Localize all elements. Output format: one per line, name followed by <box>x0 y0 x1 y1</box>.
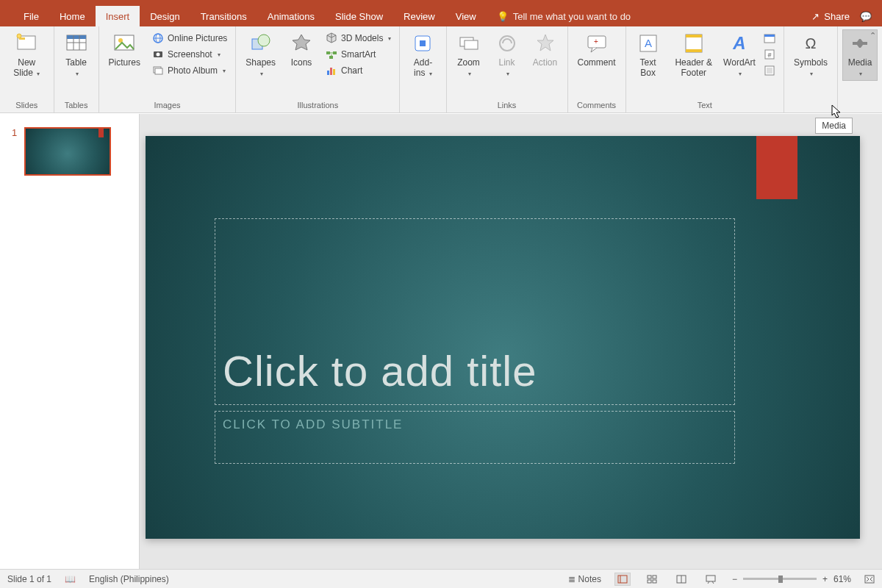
comments-pane-icon[interactable]: 💬 <box>860 11 872 22</box>
language-status[interactable]: English (Philippines) <box>89 574 169 584</box>
group-illustrations-label: Illustrations <box>298 99 339 111</box>
spellcheck-icon[interactable]: 📖 <box>65 574 76 584</box>
slideshow-view-button[interactable] <box>703 573 719 586</box>
reading-view-button[interactable] <box>673 573 689 586</box>
online-pictures-button[interactable]: Online Pictures <box>148 31 231 46</box>
shapes-button[interactable]: Shapes▾ <box>240 29 281 81</box>
svg-rect-4 <box>67 35 86 39</box>
header-footer-icon <box>682 32 706 55</box>
symbols-icon: Ω <box>799 32 822 55</box>
addins-icon <box>411 32 434 55</box>
slide-number-button[interactable]: # <box>760 47 779 62</box>
title-placeholder[interactable]: Click to add title <box>215 218 735 405</box>
notes-button[interactable]: ≣Notes <box>568 574 601 584</box>
zoom-icon <box>457 32 481 55</box>
date-time-icon <box>764 32 775 44</box>
tell-me-search[interactable]: 💡 Tell me what you want to do <box>487 6 631 26</box>
tab-animations[interactable]: Animations <box>257 6 325 26</box>
date-time-button[interactable] <box>760 31 779 46</box>
slide-canvas[interactable]: Click to add title CLICK TO ADD SUBTITLE <box>146 136 860 539</box>
tab-design[interactable]: Design <box>140 6 190 26</box>
wordart-button[interactable]: A WordArt▾ <box>722 29 757 81</box>
object-icon <box>764 65 775 76</box>
textbox-icon: A <box>637 32 660 55</box>
screenshot-icon <box>152 49 164 60</box>
pictures-button[interactable]: Pictures <box>104 29 146 71</box>
slide-counter[interactable]: Slide 1 of 1 <box>7 574 51 584</box>
svg-rect-30 <box>465 40 478 49</box>
screenshot-button[interactable]: Screenshot ▾ <box>148 47 231 62</box>
zoom-button[interactable]: Zoom▾ <box>451 29 487 81</box>
chart-button[interactable]: Chart <box>322 63 395 78</box>
tab-transitions[interactable]: Transitions <box>190 6 257 26</box>
svg-point-14 <box>156 53 159 57</box>
smartart-button[interactable]: SmartArt <box>322 47 395 62</box>
share-button[interactable]: ↗ Share <box>811 11 850 22</box>
svg-rect-37 <box>686 35 702 37</box>
slide-ribbon-decoration <box>756 136 797 199</box>
tab-home[interactable]: Home <box>49 6 96 26</box>
svg-rect-55 <box>706 576 715 581</box>
svg-text:#: # <box>767 51 771 59</box>
photo-album-button[interactable]: Photo Album ▾ <box>148 63 231 78</box>
normal-view-button[interactable] <box>614 573 631 586</box>
group-images-label: Images <box>154 99 180 111</box>
slide-canvas-area[interactable]: Click to add title CLICK TO ADD SUBTITLE <box>140 114 882 569</box>
zoom-level[interactable]: 61% <box>833 574 851 584</box>
svg-rect-45 <box>767 68 772 74</box>
svg-rect-25 <box>330 68 332 75</box>
object-button[interactable] <box>760 63 779 78</box>
comment-icon: + <box>585 32 609 55</box>
zoom-in-button[interactable]: + <box>822 574 828 584</box>
online-pictures-icon <box>152 32 164 44</box>
group-links-label: Links <box>498 99 517 111</box>
group-slides-label: Slides <box>15 99 37 111</box>
zoom-slider[interactable] <box>743 578 817 580</box>
fit-to-window-button[interactable] <box>864 575 875 584</box>
link-button[interactable]: Link▾ <box>490 29 525 81</box>
slide-sorter-view-button[interactable] <box>644 573 660 586</box>
subtitle-placeholder[interactable]: CLICK TO ADD SUBTITLE <box>215 411 735 464</box>
collapse-ribbon-icon[interactable]: ⌃ <box>870 31 876 40</box>
svg-rect-47 <box>618 576 627 583</box>
svg-text:+: + <box>594 37 598 46</box>
textbox-button[interactable]: A Text Box <box>631 29 666 81</box>
zoom-out-button[interactable]: − <box>732 574 737 584</box>
shapes-icon <box>249 32 273 55</box>
svg-point-18 <box>258 35 270 46</box>
3d-models-button[interactable]: 3D Models ▾ <box>322 31 395 46</box>
svg-text:A: A <box>645 37 652 49</box>
tab-slideshow[interactable]: Slide Show <box>325 6 393 26</box>
group-tables-label: Tables <box>65 99 88 111</box>
svg-rect-50 <box>653 576 656 578</box>
tab-insert[interactable]: Insert <box>96 6 140 26</box>
comment-button[interactable]: + Comment <box>573 29 621 71</box>
symbols-button[interactable]: Ω Symbols▾ <box>789 29 833 81</box>
new-slide-button[interactable]: New Slide ▾ <box>4 29 49 81</box>
slide-thumbnail-1[interactable] <box>24 127 111 176</box>
media-tooltip: Media <box>815 118 853 134</box>
subtitle-placeholder-text: CLICK TO ADD SUBTITLE <box>223 417 403 431</box>
slide-number-icon: # <box>764 49 775 60</box>
svg-rect-19 <box>326 51 330 54</box>
chart-icon <box>326 65 337 76</box>
table-icon <box>65 32 88 55</box>
link-icon <box>495 32 519 55</box>
table-button[interactable]: Table▾ <box>59 29 94 81</box>
tab-view[interactable]: View <box>445 6 487 26</box>
svg-text:A: A <box>732 33 745 53</box>
addins-button[interactable]: Add-ins ▾ <box>404 29 441 81</box>
tab-file[interactable]: File <box>13 6 49 26</box>
action-button[interactable]: Action <box>528 29 563 71</box>
ribbon: ⌃ New Slide ▾ Slides Table▾ Tables Pictu… <box>0 26 882 113</box>
new-slide-icon <box>15 32 38 55</box>
svg-rect-38 <box>686 49 702 52</box>
tell-me-label: Tell me what you want to do <box>513 11 631 22</box>
tab-review[interactable]: Review <box>393 6 445 26</box>
header-footer-button[interactable]: Header & Footer <box>669 29 719 81</box>
svg-rect-51 <box>648 580 651 583</box>
svg-rect-26 <box>333 69 335 75</box>
smartart-icon <box>326 49 337 60</box>
media-icon <box>848 32 872 55</box>
icons-button[interactable]: Icons <box>284 29 319 71</box>
